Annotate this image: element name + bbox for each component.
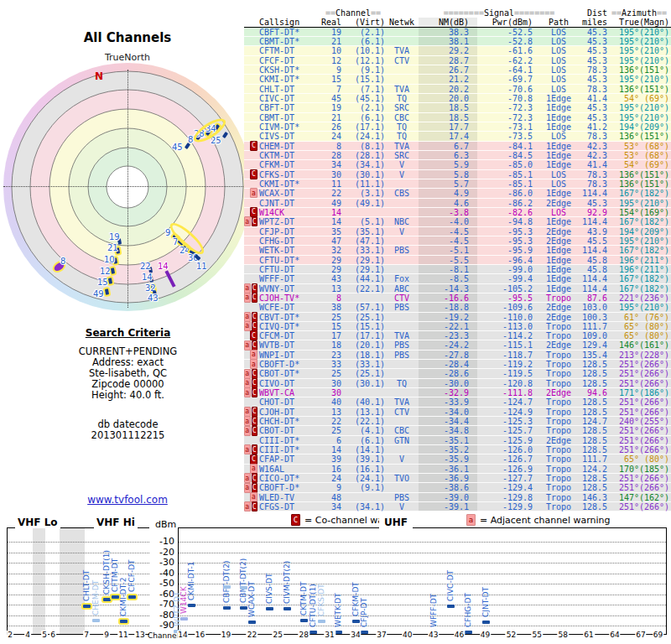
table-row: aWCAX-DT22(3.1)CBS4.9-86.01Edge114.4167°… — [244, 189, 671, 198]
table-cell — [385, 322, 419, 330]
azimuth-magn-cell: (68°) — [639, 142, 671, 150]
channel-tick-label: 61 — [583, 631, 594, 639]
co-channel-warning-badge: C — [252, 312, 258, 322]
azimuth-magn-cell: (211°) — [639, 265, 671, 273]
table-cell — [385, 236, 419, 245]
table-cell: 2Edge — [538, 436, 580, 444]
table-row: aCCBOT-DT25(4.1)CBC-34.8-125.7Tropo128.5… — [244, 426, 671, 435]
adjacent-warning-badge: a — [244, 378, 251, 388]
table-cell — [341, 388, 385, 397]
table-cell: 40 — [321, 397, 341, 406]
table-cell: 124.7 — [580, 417, 607, 425]
azimuth-true-cell: 251° — [607, 379, 639, 387]
table-cell — [385, 199, 419, 207]
table-cell: (29.1) — [341, 265, 385, 273]
signal-bar — [352, 620, 360, 623]
table-cell: WLED-TV — [257, 493, 321, 501]
table-cell: -124.9 — [477, 408, 538, 416]
true-north-label: TrueNorth — [10, 52, 245, 63]
table-cell: CBOFT-D* — [257, 360, 321, 368]
table-row: CHLT-DT7(7.1)TVA20.2-70.6LOS78.3136°(151… — [244, 85, 671, 94]
table-cell: CIVS-DT — [257, 132, 321, 140]
table-cell: 41.4 — [580, 94, 607, 102]
table-cell: Tropo — [538, 322, 580, 330]
table-cell: 100.3 — [580, 313, 607, 321]
channel-marker-label: 14 — [158, 262, 169, 271]
co-channel-warning-badge: C — [250, 169, 257, 179]
adjacent-warning-badge: a — [244, 416, 251, 426]
channel-table: ==Channel== ========Signal======== Dist … — [244, 8, 671, 512]
table-cell: 128.5 — [580, 379, 607, 387]
table-cell: 38 — [321, 303, 341, 311]
azimuth-magn-cell: (182°) — [639, 284, 671, 293]
warning-badges: a — [244, 465, 257, 473]
table-cell: (34.1) — [341, 502, 385, 511]
table-cell — [385, 37, 419, 45]
warning-badges: C — [244, 454, 257, 463]
tvfool-link[interactable]: www.tvfool.com — [87, 494, 168, 506]
table-cell: 1Edge — [538, 256, 580, 264]
table-cell: Tropo — [538, 379, 580, 387]
azimuth-true-cell: 194° — [607, 122, 639, 131]
station-label: CKTM-DT — [299, 553, 308, 615]
channel-marker-label: 21 — [107, 243, 118, 252]
azimuth-magn-cell: (266°) — [639, 483, 671, 491]
adjacent-warning-badge: a — [250, 492, 257, 502]
azimuth-true-cell: 136° — [607, 179, 639, 188]
table-cell: 49 — [321, 199, 341, 207]
table-cell: WETK-DT — [257, 246, 321, 254]
table-cell: Tropo — [538, 417, 580, 425]
table-cell: 5.7 — [419, 179, 477, 188]
azimuth-magn-cell: (80°) — [639, 322, 671, 330]
station-label: CFKM-DT — [351, 554, 360, 616]
table-cell: GTN — [385, 436, 419, 444]
table-cell: 1Edge — [538, 217, 580, 226]
table-cell: 42.3 — [580, 142, 607, 150]
table-cell: 2Edge — [538, 313, 580, 321]
warning-badges — [244, 94, 257, 102]
azimuth-true-cell: 251° — [607, 426, 639, 434]
table-cell: CIVQ-DT* — [257, 322, 321, 330]
table-cell: 5.9 — [419, 160, 477, 169]
dbm-tick-label: -90 — [154, 620, 174, 631]
azimuth-true-cell: 54° — [607, 160, 639, 169]
azimuth-true-cell: 136° — [607, 132, 639, 140]
table-cell: 114.4 — [580, 217, 607, 226]
table-cell: CKTM-DT — [257, 151, 321, 159]
table-cell: CBMT-DT — [257, 113, 321, 122]
table-cell: WPTZ-DT — [257, 217, 321, 226]
table-cell: 128.5 — [580, 483, 607, 491]
azimuth-magn-cell: (266°) — [639, 436, 671, 444]
dbm-tick-label: -40 — [154, 568, 174, 579]
azimuth-magn-cell: (69°) — [639, 94, 671, 102]
table-cell: -94.8 — [477, 217, 538, 226]
table-cell: Tropo — [538, 360, 580, 368]
signal-bar — [335, 631, 342, 634]
table-cell: 45.3 — [580, 103, 607, 112]
channel-tick-label: 16 — [195, 631, 205, 639]
warning-badges — [244, 132, 257, 140]
table-cell: V — [385, 454, 419, 463]
table-cell: 146.3 — [580, 493, 607, 501]
dbm-tick-label: -30 — [154, 557, 174, 568]
table-cell: -118.7 — [477, 351, 538, 359]
table-cell: CFCM-DT — [257, 331, 321, 340]
table-cell: Tropo — [538, 474, 580, 482]
azimuth-magn-cell: (182°) — [639, 246, 671, 254]
warning-badges: aC — [244, 445, 257, 454]
co-channel-warning-badge: C — [252, 407, 258, 417]
table-row: CFTU-DT*29(29.1)-5.5-96.41Edge45.8196°(2… — [244, 256, 671, 265]
table-cell: -70.8 — [477, 94, 538, 102]
azimuth-true-cell: 167° — [607, 246, 639, 254]
table-cell — [385, 388, 419, 397]
signal-bar — [120, 620, 127, 623]
azimuth-true-cell: 251° — [607, 408, 639, 416]
table-cell: 14 — [321, 208, 341, 216]
signal-bar — [465, 631, 472, 634]
channel-marker-label: 8 — [60, 257, 65, 266]
table-cell: -72.3 — [477, 113, 538, 122]
table-cell: 78.3 — [580, 132, 607, 140]
table-cell: Tropo — [538, 426, 580, 434]
table-cell: CHOT-DT — [257, 397, 321, 406]
table-cell: CIVM-DT* — [257, 122, 321, 131]
